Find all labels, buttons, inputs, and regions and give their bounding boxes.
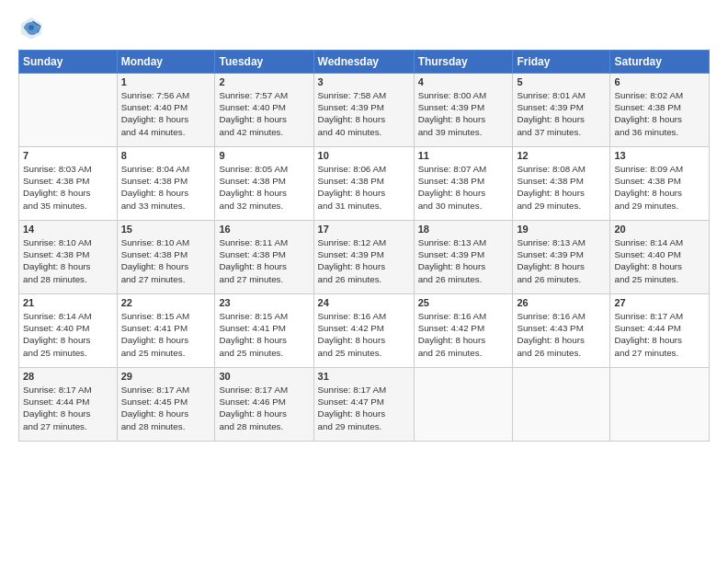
weekday-header-thursday: Thursday (414, 51, 513, 74)
day-number: 24 (318, 297, 410, 308)
week-row-1: 1Sunrise: 7:56 AM Sunset: 4:40 PM Daylig… (19, 74, 710, 147)
day-cell: 27Sunrise: 8:17 AM Sunset: 4:44 PM Dayli… (610, 294, 710, 368)
day-cell: 2Sunrise: 7:57 AM Sunset: 4:40 PM Daylig… (215, 74, 313, 147)
day-number: 10 (318, 150, 410, 161)
day-number: 18 (418, 224, 509, 235)
page: SundayMondayTuesdayWednesdayThursdayFrid… (0, 0, 728, 563)
day-number: 3 (318, 76, 410, 87)
day-cell: 25Sunrise: 8:16 AM Sunset: 4:42 PM Dayli… (414, 294, 513, 368)
calendar: SundayMondayTuesdayWednesdayThursdayFrid… (18, 50, 710, 442)
day-info: Sunrise: 8:13 AM Sunset: 4:39 PM Dayligh… (418, 236, 509, 285)
day-info: Sunrise: 8:05 AM Sunset: 4:38 PM Dayligh… (219, 163, 309, 212)
day-info: Sunrise: 8:01 AM Sunset: 4:39 PM Dayligh… (517, 89, 606, 138)
day-cell: 14Sunrise: 8:10 AM Sunset: 4:38 PM Dayli… (19, 221, 118, 294)
day-info: Sunrise: 8:09 AM Sunset: 4:38 PM Dayligh… (614, 163, 705, 212)
day-cell: 30Sunrise: 8:17 AM Sunset: 4:46 PM Dayli… (215, 368, 313, 442)
week-row-2: 7Sunrise: 8:03 AM Sunset: 4:38 PM Daylig… (19, 147, 710, 221)
day-info: Sunrise: 8:06 AM Sunset: 4:38 PM Dayligh… (318, 163, 410, 212)
day-cell: 12Sunrise: 8:08 AM Sunset: 4:38 PM Dayli… (513, 147, 610, 221)
day-info: Sunrise: 8:14 AM Sunset: 4:40 PM Dayligh… (614, 236, 705, 285)
day-info: Sunrise: 8:07 AM Sunset: 4:38 PM Dayligh… (418, 163, 509, 212)
day-info: Sunrise: 8:02 AM Sunset: 4:38 PM Dayligh… (614, 89, 705, 138)
day-cell: 21Sunrise: 8:14 AM Sunset: 4:40 PM Dayli… (19, 294, 118, 368)
day-cell: 29Sunrise: 8:17 AM Sunset: 4:45 PM Dayli… (117, 368, 215, 442)
day-number: 5 (517, 76, 606, 87)
day-info: Sunrise: 8:12 AM Sunset: 4:39 PM Dayligh… (318, 236, 410, 285)
day-cell: 3Sunrise: 7:58 AM Sunset: 4:39 PM Daylig… (313, 74, 414, 147)
day-info: Sunrise: 8:10 AM Sunset: 4:38 PM Dayligh… (23, 236, 113, 285)
day-info: Sunrise: 8:16 AM Sunset: 4:43 PM Dayligh… (517, 310, 606, 359)
day-cell: 31Sunrise: 8:17 AM Sunset: 4:47 PM Dayli… (313, 368, 414, 442)
logo-icon (18, 15, 44, 40)
day-cell: 19Sunrise: 8:13 AM Sunset: 4:39 PM Dayli… (513, 221, 610, 294)
weekday-header-monday: Monday (117, 51, 215, 74)
day-info: Sunrise: 8:08 AM Sunset: 4:38 PM Dayligh… (517, 163, 606, 212)
day-number: 12 (517, 150, 606, 161)
day-number: 20 (614, 224, 705, 235)
day-info: Sunrise: 8:17 AM Sunset: 4:47 PM Dayligh… (318, 384, 410, 432)
day-cell (513, 368, 610, 442)
day-number: 4 (418, 76, 509, 87)
day-info: Sunrise: 7:58 AM Sunset: 4:39 PM Dayligh… (318, 89, 410, 138)
day-info: Sunrise: 7:57 AM Sunset: 4:40 PM Dayligh… (219, 89, 309, 138)
day-cell: 13Sunrise: 8:09 AM Sunset: 4:38 PM Dayli… (610, 147, 710, 221)
day-number: 15 (121, 224, 211, 235)
day-cell: 6Sunrise: 8:02 AM Sunset: 4:38 PM Daylig… (610, 74, 710, 147)
day-info: Sunrise: 8:15 AM Sunset: 4:41 PM Dayligh… (121, 310, 211, 359)
day-cell (19, 74, 118, 147)
day-info: Sunrise: 7:56 AM Sunset: 4:40 PM Dayligh… (121, 89, 211, 138)
day-info: Sunrise: 8:17 AM Sunset: 4:46 PM Dayligh… (219, 384, 309, 432)
day-number: 25 (418, 297, 509, 308)
day-cell: 22Sunrise: 8:15 AM Sunset: 4:41 PM Dayli… (117, 294, 215, 368)
day-cell: 15Sunrise: 8:10 AM Sunset: 4:38 PM Dayli… (117, 221, 215, 294)
day-info: Sunrise: 8:17 AM Sunset: 4:44 PM Dayligh… (23, 384, 113, 432)
day-cell: 17Sunrise: 8:12 AM Sunset: 4:39 PM Dayli… (313, 221, 414, 294)
day-number: 19 (517, 224, 606, 235)
day-number: 13 (614, 150, 705, 161)
day-number: 7 (23, 150, 113, 161)
weekday-header-tuesday: Tuesday (215, 51, 313, 74)
day-cell: 9Sunrise: 8:05 AM Sunset: 4:38 PM Daylig… (215, 147, 313, 221)
day-info: Sunrise: 8:16 AM Sunset: 4:42 PM Dayligh… (318, 310, 410, 359)
day-number: 27 (614, 297, 705, 308)
day-info: Sunrise: 8:00 AM Sunset: 4:39 PM Dayligh… (418, 89, 509, 138)
day-info: Sunrise: 8:16 AM Sunset: 4:42 PM Dayligh… (418, 310, 509, 359)
day-number: 17 (318, 224, 410, 235)
day-number: 6 (614, 76, 705, 87)
day-number: 21 (23, 297, 113, 308)
day-info: Sunrise: 8:17 AM Sunset: 4:44 PM Dayligh… (614, 310, 705, 359)
day-cell: 1Sunrise: 7:56 AM Sunset: 4:40 PM Daylig… (117, 74, 215, 147)
day-cell: 24Sunrise: 8:16 AM Sunset: 4:42 PM Dayli… (313, 294, 414, 368)
day-cell (610, 368, 710, 442)
day-cell: 26Sunrise: 8:16 AM Sunset: 4:43 PM Dayli… (513, 294, 610, 368)
day-number: 28 (23, 371, 113, 382)
day-info: Sunrise: 8:14 AM Sunset: 4:40 PM Dayligh… (23, 310, 113, 359)
day-info: Sunrise: 8:03 AM Sunset: 4:38 PM Dayligh… (23, 163, 113, 212)
day-cell: 7Sunrise: 8:03 AM Sunset: 4:38 PM Daylig… (19, 147, 118, 221)
day-number: 29 (121, 371, 211, 382)
day-info: Sunrise: 8:15 AM Sunset: 4:41 PM Dayligh… (219, 310, 309, 359)
day-cell: 10Sunrise: 8:06 AM Sunset: 4:38 PM Dayli… (313, 147, 414, 221)
day-info: Sunrise: 8:13 AM Sunset: 4:39 PM Dayligh… (517, 236, 606, 285)
day-number: 23 (219, 297, 309, 308)
day-number: 2 (219, 76, 309, 87)
day-cell: 16Sunrise: 8:11 AM Sunset: 4:38 PM Dayli… (215, 221, 313, 294)
day-number: 8 (121, 150, 211, 161)
day-cell: 5Sunrise: 8:01 AM Sunset: 4:39 PM Daylig… (513, 74, 610, 147)
day-cell: 20Sunrise: 8:14 AM Sunset: 4:40 PM Dayli… (610, 221, 710, 294)
day-cell (414, 368, 513, 442)
day-info: Sunrise: 8:10 AM Sunset: 4:38 PM Dayligh… (121, 236, 211, 285)
week-row-3: 14Sunrise: 8:10 AM Sunset: 4:38 PM Dayli… (19, 221, 710, 294)
weekday-header-row: SundayMondayTuesdayWednesdayThursdayFrid… (19, 51, 710, 74)
day-number: 14 (23, 224, 113, 235)
day-number: 30 (219, 371, 309, 382)
day-info: Sunrise: 8:17 AM Sunset: 4:45 PM Dayligh… (121, 384, 211, 432)
weekday-header-friday: Friday (513, 51, 610, 74)
header (18, 15, 710, 40)
day-cell: 8Sunrise: 8:04 AM Sunset: 4:38 PM Daylig… (117, 147, 215, 221)
day-number: 1 (121, 76, 211, 87)
weekday-header-saturday: Saturday (610, 51, 710, 74)
day-info: Sunrise: 8:11 AM Sunset: 4:38 PM Dayligh… (219, 236, 309, 285)
day-cell: 23Sunrise: 8:15 AM Sunset: 4:41 PM Dayli… (215, 294, 313, 368)
day-number: 26 (517, 297, 606, 308)
